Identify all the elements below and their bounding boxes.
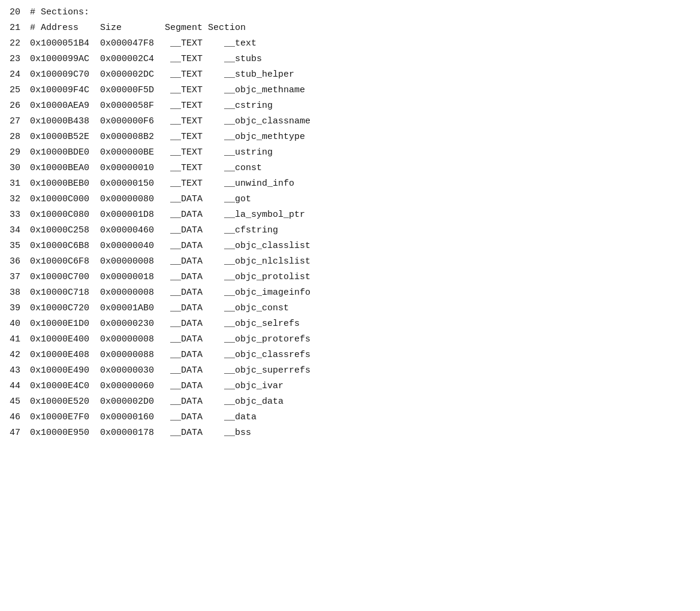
line-content: 0x10000C258 0x00000460 __DATA __cfstring xyxy=(30,223,700,238)
line-content: 0x1000099AC 0x000002C4 __TEXT __stubs xyxy=(30,52,700,66)
code-line: 370x10000C700 0x00000018 __DATA __objc_p… xyxy=(0,270,700,285)
line-content: 0x10000E4C0 0x00000060 __DATA __objc_iva… xyxy=(30,379,700,394)
line-content: 0x100009C70 0x000002DC __TEXT __stub_hel… xyxy=(30,68,700,82)
line-content: 0x10000E7F0 0x00000160 __DATA __data xyxy=(30,410,700,425)
line-content: 0x10000B438 0x000000F6 __TEXT __objc_cla… xyxy=(30,114,700,129)
line-number: 34 xyxy=(0,223,30,238)
line-content: 0x10000BDE0 0x000000BE __TEXT __ustring xyxy=(30,146,700,160)
code-line: 300x10000BEA0 0x00000010 __TEXT __const xyxy=(0,161,700,176)
code-line: 360x10000C6F8 0x00000008 __DATA __objc_n… xyxy=(0,254,700,270)
line-content: 0x10000C6B8 0x00000040 __DATA __objc_cla… xyxy=(30,239,700,253)
line-number: 27 xyxy=(0,114,30,129)
line-content: 0x10000C080 0x000001D8 __DATA __la_symbo… xyxy=(30,208,700,222)
line-content: 0x10000E950 0x00000178 __DATA __bss xyxy=(30,426,700,440)
line-number: 45 xyxy=(0,395,30,409)
line-content: 0x10000E490 0x00000030 __DATA __objc_sup… xyxy=(30,364,700,378)
line-number: 29 xyxy=(0,146,30,160)
line-number: 23 xyxy=(0,52,30,66)
line-number: 47 xyxy=(0,426,30,440)
code-line: 21# Address Size Segment Section xyxy=(0,20,700,36)
code-line: 260x10000AEA9 0x0000058F __TEXT __cstrin… xyxy=(0,98,700,114)
line-content: 0x10000C718 0x00000008 __DATA __objc_ima… xyxy=(30,286,700,300)
line-number: 30 xyxy=(0,161,30,176)
line-number: 35 xyxy=(0,239,30,253)
line-number: 44 xyxy=(0,379,30,394)
line-number: 24 xyxy=(0,68,30,82)
line-content: # Address Size Segment Section xyxy=(30,21,700,35)
line-content: 0x10000E520 0x000002D0 __DATA __objc_dat… xyxy=(30,395,700,409)
code-line: 320x10000C000 0x00000080 __DATA __got xyxy=(0,192,700,207)
code-line: 290x10000BDE0 0x000000BE __TEXT __ustrin… xyxy=(0,145,700,161)
line-number: 38 xyxy=(0,286,30,300)
code-line: 420x10000E408 0x00000088 __DATA __objc_c… xyxy=(0,347,700,363)
line-number: 37 xyxy=(0,270,30,285)
line-number: 43 xyxy=(0,364,30,378)
code-line: 430x10000E490 0x00000030 __DATA __objc_s… xyxy=(0,363,700,379)
line-content: 0x10000AEA9 0x0000058F __TEXT __cstring xyxy=(30,99,700,113)
line-content: # Sections: xyxy=(30,5,700,20)
line-number: 25 xyxy=(0,83,30,98)
code-line: 390x10000C720 0x00001AB0 __DATA __objc_c… xyxy=(0,301,700,316)
code-line: 380x10000C718 0x00000008 __DATA __objc_i… xyxy=(0,285,700,301)
code-line: 350x10000C6B8 0x00000040 __DATA __objc_c… xyxy=(0,238,700,254)
line-number: 20 xyxy=(0,5,30,20)
code-line: 270x10000B438 0x000000F6 __TEXT __objc_c… xyxy=(0,114,700,129)
code-line: 230x1000099AC 0x000002C4 __TEXT __stubs xyxy=(0,52,700,67)
line-content: 0x10000C700 0x00000018 __DATA __objc_pro… xyxy=(30,270,700,285)
code-line: 250x100009F4C 0x00000F5D __TEXT __objc_m… xyxy=(0,83,700,98)
code-line: 450x10000E520 0x000002D0 __DATA __objc_d… xyxy=(0,394,700,410)
code-line: 310x10000BEB0 0x00000150 __TEXT __unwind… xyxy=(0,176,700,192)
line-content: 0x10000BEA0 0x00000010 __TEXT __const xyxy=(30,161,700,176)
line-number: 36 xyxy=(0,255,30,269)
code-line: 20# Sections: xyxy=(0,5,700,20)
code-line: 220x1000051B4 0x000047F8 __TEXT __text xyxy=(0,36,700,52)
line-number: 41 xyxy=(0,332,30,347)
line-number: 22 xyxy=(0,37,30,51)
line-number: 28 xyxy=(0,130,30,144)
code-container: 20# Sections:21# Address Size Segment Se… xyxy=(0,0,700,611)
line-content: 0x10000C000 0x00000080 __DATA __got xyxy=(30,192,700,207)
line-number: 32 xyxy=(0,192,30,207)
line-number: 40 xyxy=(0,317,30,331)
code-line: 440x10000E4C0 0x00000060 __DATA __objc_i… xyxy=(0,379,700,394)
line-number: 46 xyxy=(0,410,30,425)
code-line: 340x10000C258 0x00000460 __DATA __cfstri… xyxy=(0,223,700,238)
line-number: 26 xyxy=(0,99,30,113)
line-number: 42 xyxy=(0,348,30,362)
code-line: 400x10000E1D0 0x00000230 __DATA __objc_s… xyxy=(0,316,700,332)
code-line: 330x10000C080 0x000001D8 __DATA __la_sym… xyxy=(0,207,700,223)
line-content: 0x10000E1D0 0x00000230 __DATA __objc_sel… xyxy=(30,317,700,331)
line-number: 39 xyxy=(0,301,30,316)
line-number: 21 xyxy=(0,21,30,35)
code-line: 240x100009C70 0x000002DC __TEXT __stub_h… xyxy=(0,67,700,83)
line-number: 31 xyxy=(0,177,30,191)
line-content: 0x100009F4C 0x00000F5D __TEXT __objc_met… xyxy=(30,83,700,98)
code-line: 470x10000E950 0x00000178 __DATA __bss xyxy=(0,425,700,441)
line-content: 0x10000E408 0x00000088 __DATA __objc_cla… xyxy=(30,348,700,362)
code-line: 460x10000E7F0 0x00000160 __DATA __data xyxy=(0,410,700,425)
line-content: 0x10000B52E 0x000008B2 __TEXT __objc_met… xyxy=(30,130,700,144)
line-content: 0x10000C720 0x00001AB0 __DATA __objc_con… xyxy=(30,301,700,316)
code-line: 280x10000B52E 0x000008B2 __TEXT __objc_m… xyxy=(0,129,700,145)
code-line: 410x10000E400 0x00000008 __DATA __objc_p… xyxy=(0,332,700,347)
line-content: 0x10000BEB0 0x00000150 __TEXT __unwind_i… xyxy=(30,177,700,191)
line-content: 0x10000C6F8 0x00000008 __DATA __objc_nlc… xyxy=(30,255,700,269)
line-number: 33 xyxy=(0,208,30,222)
line-content: 0x1000051B4 0x000047F8 __TEXT __text xyxy=(30,37,700,51)
line-content: 0x10000E400 0x00000008 __DATA __objc_pro… xyxy=(30,332,700,347)
